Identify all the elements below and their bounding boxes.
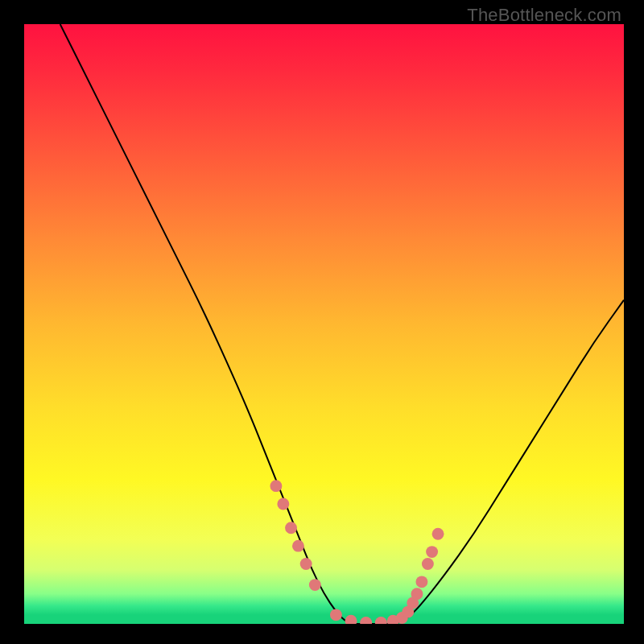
highlight-point: [360, 617, 372, 624]
highlight-point: [270, 480, 282, 492]
highlight-point: [426, 546, 438, 558]
watermark-text: TheBottleneck.com: [467, 5, 621, 26]
chart-svg: [24, 24, 624, 624]
highlight-point: [300, 558, 312, 570]
highlight-point: [345, 615, 357, 624]
highlight-point: [277, 498, 289, 510]
highlight-point: [330, 609, 342, 621]
curve-group: [60, 24, 624, 624]
highlight-point: [432, 528, 444, 540]
bottleneck-curve: [60, 24, 624, 624]
plot-area: [24, 24, 624, 624]
highlight-points-group: [270, 480, 444, 624]
highlight-point: [411, 588, 423, 600]
highlight-point: [415, 576, 427, 588]
highlight-point: [292, 540, 304, 552]
highlight-point: [422, 558, 434, 570]
highlight-point: [309, 579, 321, 591]
highlight-point: [375, 617, 387, 624]
chart-frame: TheBottleneck.com: [0, 0, 644, 644]
highlight-point: [285, 522, 297, 534]
